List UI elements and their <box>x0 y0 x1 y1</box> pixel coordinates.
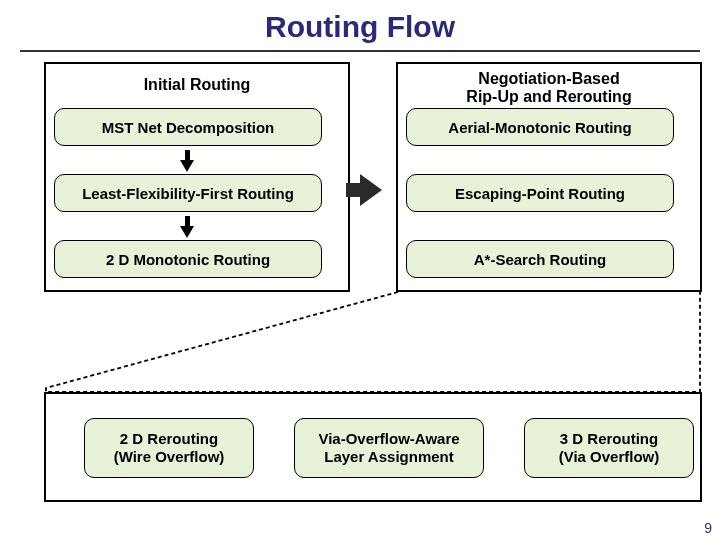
step-via-overflow-layer-assignment: Via-Overflow-AwareLayer Assignment <box>294 418 484 478</box>
slide-title: Routing Flow <box>0 0 720 44</box>
arrow-down-icon <box>180 226 194 238</box>
page-number: 9 <box>704 520 712 536</box>
step-least-flexibility-first: Least-Flexibility-First Routing <box>54 174 322 212</box>
panel-heading-right: Negotiation-BasedRip-Up and Rerouting <box>398 64 700 113</box>
title-underline <box>20 50 700 52</box>
step-3d-rerouting: 3 D Rerouting(Via Overflow) <box>524 418 694 478</box>
arrow-right-icon <box>360 174 382 206</box>
arrow-down-icon <box>180 160 194 172</box>
step-escaping-point: Escaping-Point Routing <box>406 174 674 212</box>
step-a-star-search: A*-Search Routing <box>406 240 674 278</box>
step-2d-rerouting: 2 D Rerouting(Wire Overflow) <box>84 418 254 478</box>
step-aerial-monotonic: Aerial-Monotonic Routing <box>406 108 674 146</box>
step-mst-net-decomposition: MST Net Decomposition <box>54 108 322 146</box>
step-2d-monotonic-routing: 2 D Monotonic Routing <box>54 240 322 278</box>
panel-heading-left: Initial Routing <box>46 64 348 102</box>
diagram-stage: Initial Routing MST Net Decomposition Le… <box>22 56 698 524</box>
